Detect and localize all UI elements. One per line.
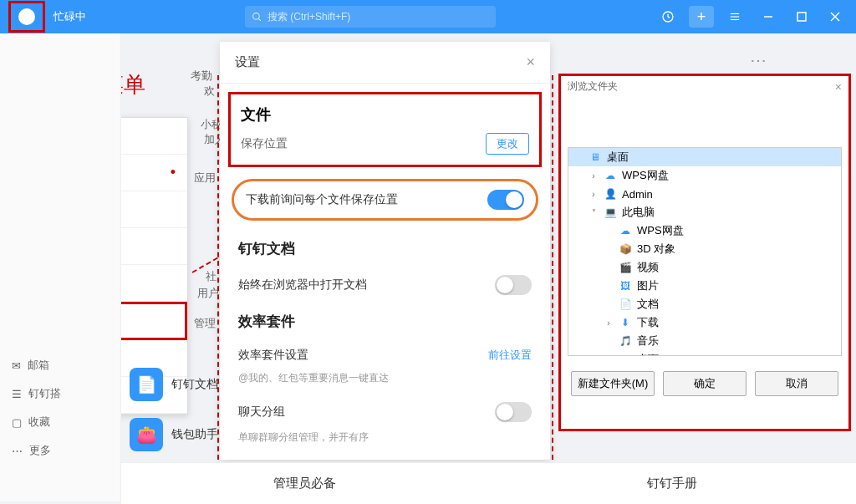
tree-node[interactable]: ›👤Admin <box>568 185 841 203</box>
chat-group-toggle[interactable] <box>495 402 532 422</box>
sidebar-item-more[interactable]: ⋯更多 <box>0 436 120 465</box>
bg-text: 考勤 <box>191 69 212 84</box>
tree-node[interactable]: 🎬视频 <box>568 258 841 277</box>
file-heading: 文件 <box>241 104 529 125</box>
open-browser-toggle[interactable] <box>495 275 532 295</box>
tree-node[interactable]: ˅💻此电脑 <box>568 203 841 221</box>
search-input[interactable]: 搜索 (Ctrl+Shift+F) <box>245 6 496 28</box>
chat-group-label: 聊天分组 <box>238 405 285 420</box>
file-section-highlight: 文件 保存位置 更改 <box>228 92 542 167</box>
folder-icon: ▢ <box>12 416 22 429</box>
search-placeholder: 搜索 (Ctrl+Shift+F) <box>268 10 350 24</box>
app-row-doc[interactable]: 📄钉钉文档 <box>130 359 222 410</box>
suite-sub: @我的、红包等重要消息一键直达 <box>238 371 389 385</box>
bg-text: 管理 <box>194 316 216 331</box>
doc-heading: 钉钉文档 <box>238 239 295 258</box>
avatar-highlight <box>8 1 45 33</box>
tree-node[interactable]: 🎵音乐 <box>568 332 841 350</box>
tree-node[interactable]: 🖥桌面 <box>568 148 841 166</box>
cancel-button[interactable]: 取消 <box>755 371 838 396</box>
tree-node[interactable]: ☁WPS网盘 <box>568 221 841 240</box>
footer-admin[interactable]: 管理员必备 <box>121 476 489 491</box>
titlebar: 忙碌中 搜索 (Ctrl+Shift+F) + <box>0 0 856 33</box>
suite-go-link[interactable]: 前往设置 <box>488 348 532 363</box>
chat-group-sub: 单聊群聊分组管理，并开有序 <box>238 430 369 445</box>
ask-download-label: 下载前询问每个文件保存位置 <box>246 192 398 207</box>
bg-text: 社 <box>206 269 217 284</box>
sidebar-item-collect[interactable]: ▢收藏 <box>0 408 120 436</box>
menu-icon[interactable] <box>722 6 747 28</box>
ok-button[interactable]: 确定 <box>663 371 746 396</box>
bg-text: 应用 <box>194 171 216 186</box>
more-icon[interactable]: ⋯ <box>750 50 768 70</box>
folder-tree[interactable]: 🖥桌面›☁WPS网盘›👤Admin˅💻此电脑☁WPS网盘📦3D 对象🎬视频🖼图片… <box>568 147 842 356</box>
new-folder-button[interactable]: 新建文件夹(M) <box>571 371 655 396</box>
svg-rect-7 <box>797 13 806 21</box>
minimize-button[interactable] <box>756 6 781 28</box>
change-button[interactable]: 更改 <box>486 133 529 155</box>
ask-download-toggle[interactable] <box>487 190 524 210</box>
tree-node[interactable]: 📄文档 <box>568 295 841 313</box>
browse-folder-dialog: 浏览文件夹 × 🖥桌面›☁WPS网盘›👤Admin˅💻此电脑☁WPS网盘📦3D … <box>558 74 851 431</box>
app-row-wallet[interactable]: 👛钱包助手 <box>130 410 222 460</box>
search-icon <box>252 12 262 23</box>
doc-icon: 📄 <box>130 368 163 401</box>
bg-text: 用户 <box>197 286 219 301</box>
grid-icon: ☰ <box>12 388 22 400</box>
mail-icon: ✉ <box>12 359 21 372</box>
settings-close-button[interactable]: × <box>526 53 535 71</box>
suite-heading: 效率套件 <box>238 312 295 331</box>
status-text: 忙碌中 <box>54 9 86 24</box>
ask-download-highlight: 下载前询问每个文件保存位置 <box>232 179 538 221</box>
footer: 管理员必备 钉钉手册 <box>121 462 856 504</box>
sidebar-item-mail[interactable]: ✉邮箱 <box>0 351 120 379</box>
avatar[interactable] <box>18 8 35 25</box>
settings-title: 设置 <box>235 54 260 70</box>
dialog-title: 浏览文件夹 <box>568 79 618 94</box>
suite-label: 效率套件设置 <box>238 348 308 363</box>
svg-line-1 <box>258 18 261 21</box>
add-button[interactable]: + <box>689 6 714 28</box>
bg-text: 欢 <box>204 84 215 99</box>
open-browser-label: 始终在浏览器中打开文档 <box>238 277 367 293</box>
close-button[interactable] <box>823 6 848 28</box>
svg-point-0 <box>253 13 260 19</box>
save-location-label: 保存位置 <box>241 136 288 151</box>
maximize-button[interactable] <box>789 6 814 28</box>
tree-node[interactable]: 🖼图片 <box>568 277 841 295</box>
dialog-close-button[interactable]: × <box>835 80 842 94</box>
tree-node[interactable]: 🖥桌面 <box>568 350 841 356</box>
history-icon[interactable] <box>655 6 680 28</box>
sidebar-item-dingda[interactable]: ☰钉钉搭 <box>0 379 120 408</box>
footer-manual[interactable]: 钉钉手册 <box>489 476 857 491</box>
tree-node[interactable]: 📦3D 对象 <box>568 240 841 258</box>
tree-node[interactable]: ›⬇下载 <box>568 313 841 332</box>
wallet-icon: 👛 <box>130 418 163 451</box>
settings-panel: 设置 × 文件 保存位置 更改 下载前询问每个文件保存位置 钉钉文档 始终在浏览… <box>220 42 550 460</box>
more-icon: ⋯ <box>12 445 23 457</box>
tree-node[interactable]: ›☁WPS网盘 <box>568 166 841 185</box>
sidebar: ✉邮箱 ☰钉钉搭 ▢收藏 ⋯更多 <box>0 33 121 501</box>
